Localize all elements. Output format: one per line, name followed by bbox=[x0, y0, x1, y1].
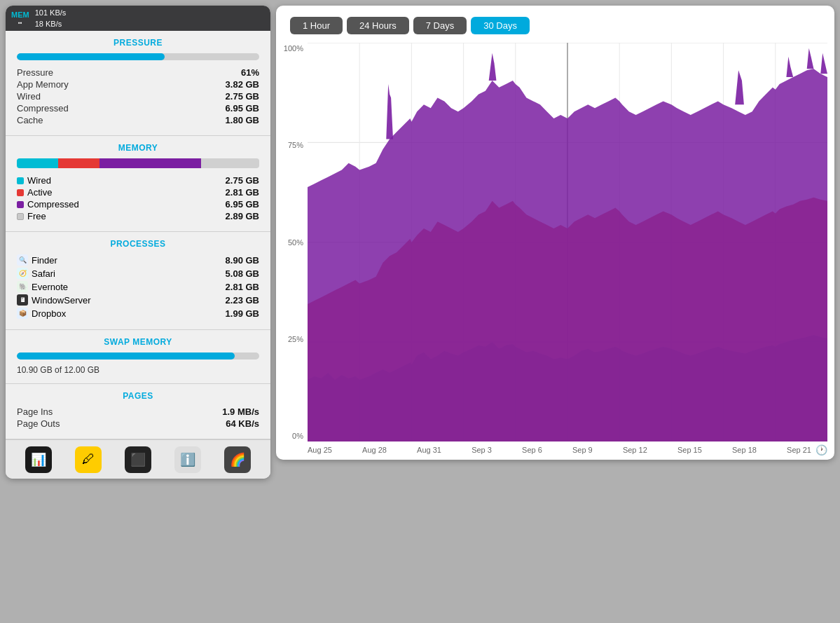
process-windowserver: 🖥 WindowServer 2.23 GB bbox=[17, 294, 259, 306]
pressure-row-3: Compressed 6.95 GB bbox=[17, 103, 259, 114]
swap-bar-container bbox=[17, 352, 259, 360]
pressure-row-1: App Memory 3.82 GB bbox=[17, 79, 259, 90]
windowserver-icon: 🖥 bbox=[17, 294, 28, 306]
pressure-title: PRESSURE bbox=[17, 38, 259, 48]
process-safari: 🧭 Safari 5.08 GB bbox=[17, 268, 259, 279]
memory-bar-active bbox=[58, 158, 99, 168]
process-evernote: 🐘 Evernote 2.81 GB bbox=[17, 281, 259, 292]
legend-compressed: Compressed 6.95 GB bbox=[17, 199, 259, 210]
pages-section: PAGES Page Ins 1.9 MB/s Page Outs 64 KB/… bbox=[6, 384, 270, 439]
top-bar-stats: 101 KB/s 18 KB/s bbox=[35, 7, 67, 30]
free-dot bbox=[17, 213, 24, 220]
safari-icon: 🧭 bbox=[17, 268, 28, 279]
btn-30days[interactable]: 30 Days bbox=[471, 17, 530, 34]
legend-active: Active 2.81 GB bbox=[17, 187, 259, 198]
processes-title: PROCESSES bbox=[17, 239, 259, 249]
mem-icon: MEM ▪▪ bbox=[11, 11, 29, 27]
pressure-row-4: Cache 1.80 GB bbox=[17, 115, 259, 125]
stat1: 101 KB/s bbox=[35, 7, 67, 19]
activity-monitor-icon[interactable]: 📊 bbox=[25, 446, 52, 473]
page-ins-row: Page Ins 1.9 MB/s bbox=[17, 406, 259, 417]
pressure-bar-fill bbox=[17, 53, 165, 60]
chart-area: 100% 75% 50% 25% 0% bbox=[276, 43, 834, 460]
y-axis: 100% 75% 50% 25% 0% bbox=[276, 43, 308, 441]
top-bar: MEM ▪▪ 101 KB/s 18 KB/s bbox=[6, 6, 270, 31]
chart-wrapper: 100% 75% 50% 25% 0% bbox=[276, 43, 827, 441]
memory-bar bbox=[17, 158, 259, 168]
memory-bar-compressed bbox=[99, 158, 201, 168]
btn-7days[interactable]: 7 Days bbox=[413, 17, 467, 34]
processes-section: PROCESSES 🔍 Finder 8.90 GB 🧭 Safari 5.08… bbox=[6, 232, 270, 330]
terminal-icon[interactable]: ⬛ bbox=[125, 446, 151, 473]
bottom-dock: 📊 🖊 ⬛ ℹ️ 🌈 bbox=[6, 439, 270, 479]
clock-icon: 🕐 bbox=[815, 444, 827, 456]
legend-wired: Wired 2.75 GB bbox=[17, 175, 259, 186]
system-info-icon[interactable]: ℹ️ bbox=[174, 446, 201, 473]
memory-section: MEMORY Wired 2.75 GB Active 2.81 GB Com bbox=[6, 136, 270, 232]
marker-icon[interactable]: 🖊 bbox=[75, 446, 102, 473]
process-finder: 🔍 Finder 8.90 GB bbox=[17, 254, 259, 266]
finder-icon: 🔍 bbox=[17, 254, 28, 266]
memory-bar-wired bbox=[17, 158, 58, 168]
pressure-section: PRESSURE Pressure 61% App Memory 3.82 GB… bbox=[6, 31, 270, 136]
chart-svg bbox=[308, 43, 827, 441]
pressure-row-2: Wired 2.75 GB bbox=[17, 91, 259, 102]
btn-1hour[interactable]: 1 Hour bbox=[290, 17, 343, 34]
page-outs-row: Page Outs 64 KB/s bbox=[17, 418, 259, 429]
x-axis: Aug 25 Aug 28 Aug 31 Sep 3 Sep 6 Sep 9 S… bbox=[276, 441, 827, 460]
dropbox-icon: 📦 bbox=[17, 308, 28, 319]
swap-section: SWAP MEMORY 10.90 GB of 12.00 GB bbox=[6, 330, 270, 384]
memory-bar-free bbox=[201, 158, 259, 168]
evernote-icon: 🐘 bbox=[17, 281, 28, 292]
time-buttons: 1 Hour 24 Hours 7 Days 30 Days bbox=[276, 6, 834, 43]
swap-bar-fill bbox=[17, 352, 235, 360]
legend-free: Free 2.89 GB bbox=[17, 211, 259, 221]
disk-diag-icon[interactable]: 🌈 bbox=[224, 446, 251, 473]
active-dot bbox=[17, 189, 24, 196]
left-panel: MEM ▪▪ 101 KB/s 18 KB/s PRESSURE Pressur… bbox=[6, 6, 270, 479]
stat2: 18 KB/s bbox=[35, 18, 67, 30]
memory-title: MEMORY bbox=[17, 143, 259, 153]
swap-title: SWAP MEMORY bbox=[17, 337, 259, 347]
pressure-bar-container bbox=[17, 53, 259, 60]
pages-title: PAGES bbox=[17, 391, 259, 401]
right-panel: 1 Hour 24 Hours 7 Days 30 Days 100% 75% … bbox=[276, 6, 834, 460]
compressed-dot bbox=[17, 201, 24, 208]
pressure-row-0: Pressure 61% bbox=[17, 67, 259, 78]
wired-dot bbox=[17, 177, 24, 184]
btn-24hours[interactable]: 24 Hours bbox=[347, 17, 409, 34]
swap-label: 10.90 GB of 12.00 GB bbox=[17, 365, 259, 375]
process-dropbox: 📦 Dropbox 1.99 GB bbox=[17, 308, 259, 319]
